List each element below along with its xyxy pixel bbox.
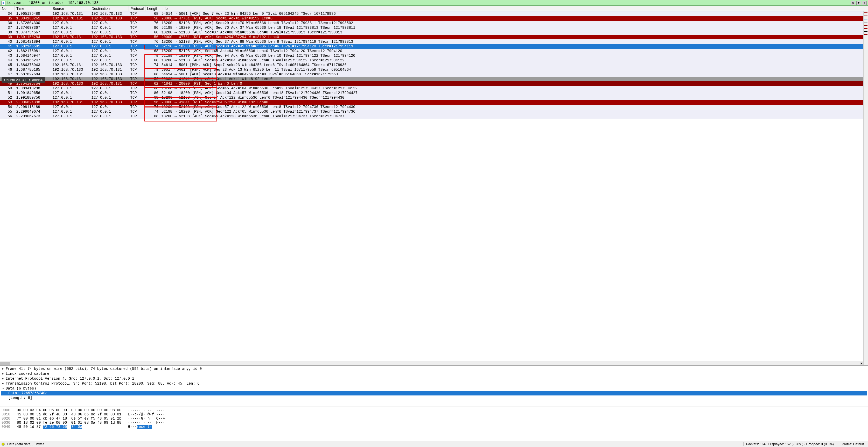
packet-row[interactable]: 351.084163261192.168.70.131192.168.70.13… bbox=[0, 16, 868, 21]
detail-frame-text: Frame 41: 74 bytes on wire (592 bits), 7… bbox=[6, 367, 202, 371]
detail-linux-text: Linux cooked capture bbox=[6, 372, 49, 376]
hex-line[interactable]: 0010 45 00 00 3a d6 2f 40 00 40 06 66 8c… bbox=[2, 412, 866, 416]
packet-row[interactable]: 451.684378943192.168.70.131192.168.70.13… bbox=[0, 63, 868, 67]
col-header-info[interactable]: Info bbox=[160, 6, 868, 11]
os-tooltip: Ubuntu 20.04 LTS amd64 bbox=[2, 77, 45, 82]
packet-row[interactable]: 562.299067673127.0.0.1127.0.0.1TCP681820… bbox=[0, 114, 868, 118]
detail-data-value[interactable]: Data: 72657365740a bbox=[1, 391, 867, 396]
packet-list-header[interactable]: No. Time Source Destination Protocol Len… bbox=[0, 6, 868, 11]
packet-row[interactable]: 542.298113189127.0.0.1127.0.0.1TCP761820… bbox=[0, 105, 868, 109]
detail-frame[interactable]: ▸Frame 41: 74 bytes on wire (592 bits), … bbox=[1, 366, 867, 371]
svg-rect-0 bbox=[3, 2, 4, 4]
packet-bytes-pane[interactable]: 0000 00 00 03 04 00 06 00 00 00 00 00 00… bbox=[0, 407, 868, 441]
display-filter-bar[interactable]: ✕ ▾ + bbox=[0, 0, 868, 6]
detail-data[interactable]: ▾Data (6 bytes) bbox=[1, 386, 867, 391]
detail-ip[interactable]: ▸Internet Protocol Version 4, Src: 127.0… bbox=[1, 376, 867, 381]
packet-row[interactable]: 471.687827684192.168.70.131192.168.70.13… bbox=[0, 72, 868, 77]
packet-row[interactable]: 411.682146581127.0.0.1127.0.0.1TCP745219… bbox=[0, 44, 868, 49]
filter-add-button[interactable]: + bbox=[862, 1, 867, 5]
detail-data-value-text: Data: 72657365740a bbox=[8, 391, 48, 395]
filter-clear-button[interactable]: ✕ bbox=[850, 1, 855, 5]
col-header-destination[interactable]: Destination bbox=[90, 6, 129, 11]
detail-tcp-text: Transmission Control Protocol, Src Port:… bbox=[6, 381, 199, 386]
hscroll-right-arrow[interactable]: ▸ bbox=[860, 362, 863, 365]
packet-list-pane[interactable]: No. Time Source Destination Protocol Len… bbox=[0, 6, 868, 366]
packet-row[interactable]: 441.684166247127.0.0.1127.0.0.1TCP681820… bbox=[0, 58, 868, 63]
packet-row[interactable]: 371.374697367127.0.0.1127.0.0.1TCP865219… bbox=[0, 25, 868, 30]
packet-list-minimap[interactable] bbox=[863, 11, 868, 365]
detail-data-length-text: [Length: 6] bbox=[8, 396, 32, 400]
display-filter-input[interactable] bbox=[7, 1, 849, 5]
packet-row[interactable]: 391.391150784192.168.70.131192.168.70.13… bbox=[0, 35, 868, 39]
packet-row[interactable]: 461.687785185192.168.70.133192.168.70.13… bbox=[0, 67, 868, 72]
hex-line[interactable]: 0040 48 99 1d 87 72 65 73 65 74 0a H···r… bbox=[2, 425, 866, 429]
detail-data-length[interactable]: [Length: 6] bbox=[1, 396, 867, 400]
status-profile[interactable]: Profile: Default bbox=[839, 442, 866, 446]
packet-row[interactable]: 361.372804300127.0.0.1127.0.0.1TCP761820… bbox=[0, 21, 868, 25]
packet-row[interactable]: 521.991880756127.0.0.1127.0.0.1TCP681820… bbox=[0, 95, 868, 100]
detail-linux-cooked[interactable]: ▸Linux cooked capture bbox=[1, 371, 867, 376]
col-header-protocol[interactable]: Protocol bbox=[129, 6, 146, 11]
col-header-source[interactable]: Source bbox=[51, 6, 90, 11]
status-field-text: Data (data.data), 6 bytes bbox=[7, 442, 741, 446]
expert-info-led-icon[interactable] bbox=[2, 443, 5, 446]
col-header-no[interactable]: No. bbox=[0, 6, 15, 11]
status-packet-counts: Packets: 164 · Displayed: 162 (98.8%) · … bbox=[743, 442, 836, 446]
packet-row[interactable]: 48192.168.70.131192.168.70.133TCP5620000… bbox=[0, 77, 868, 81]
hscroll-thumb[interactable] bbox=[0, 362, 10, 365]
packet-row[interactable]: 552.299040674127.0.0.1127.0.0.1TCP745219… bbox=[0, 109, 868, 114]
packet-row[interactable]: 501.989410298127.0.0.1127.0.0.1TCP801820… bbox=[0, 86, 868, 91]
detail-data-header-text: Data (6 bytes) bbox=[6, 386, 36, 390]
packet-row[interactable]: 532.006824398192.168.70.131192.168.70.13… bbox=[0, 100, 868, 105]
packet-row[interactable]: 381.374734567127.0.0.1127.0.0.1TCP681820… bbox=[0, 30, 868, 35]
col-header-length[interactable]: Length bbox=[146, 6, 160, 11]
col-header-time[interactable]: Time bbox=[15, 6, 51, 11]
hex-line[interactable]: 0030 80 18 02 00 fe 2e 00 00 01 01 08 0a… bbox=[2, 421, 866, 425]
packet-list-hscroll[interactable]: ▸ bbox=[0, 362, 863, 365]
packet-row[interactable]: 341.065136489192.168.70.131192.168.70.13… bbox=[0, 11, 868, 16]
hex-line[interactable]: 0000 00 00 03 04 00 06 00 00 00 00 00 00… bbox=[2, 408, 866, 412]
filter-history-button[interactable]: ▾ bbox=[856, 1, 861, 5]
packet-row[interactable]: 511.991849656127.0.0.1127.0.0.1TCP865219… bbox=[0, 91, 868, 95]
detail-tcp[interactable]: ▸Transmission Control Protocol, Src Port… bbox=[1, 381, 867, 386]
packet-row[interactable]: 491.704106704192.168.70.133192.168.70.13… bbox=[0, 81, 868, 86]
packet-row[interactable]: 431.684146947127.0.0.1127.0.0.1TCP785219… bbox=[0, 53, 868, 58]
packet-row[interactable]: 401.681421894127.0.0.1127.0.0.1TCP761820… bbox=[0, 39, 868, 44]
status-bar: Data (data.data), 6 bytes Packets: 164 ·… bbox=[0, 441, 868, 447]
filter-bookmark-icon[interactable] bbox=[1, 1, 5, 5]
packet-details-pane[interactable]: ▸Frame 41: 74 bytes on wire (592 bits), … bbox=[0, 366, 868, 407]
hex-line[interactable]: 0020 7f 00 00 01 cb e6 47 18 6e 5f e7 f5… bbox=[2, 416, 866, 421]
detail-ip-text: Internet Protocol Version 4, Src: 127.0.… bbox=[6, 377, 134, 381]
packet-row[interactable]: 421.682175081127.0.0.1127.0.0.1TCP681820… bbox=[0, 49, 868, 53]
